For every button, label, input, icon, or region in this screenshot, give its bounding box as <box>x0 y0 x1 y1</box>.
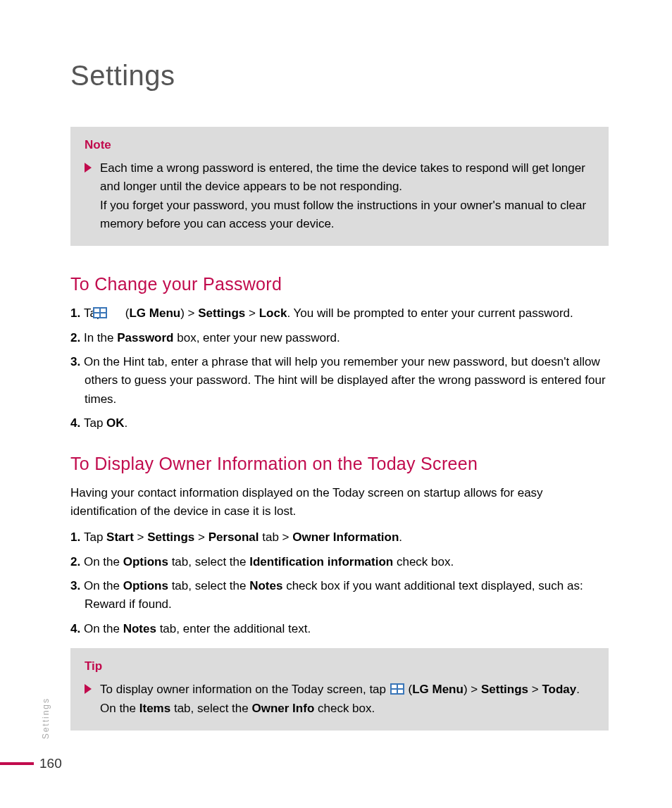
section1-step2: In the Password box, enter your new pass… <box>70 329 609 347</box>
page-number: 160 <box>39 756 62 771</box>
tip-body: To display owner information on the Toda… <box>85 680 595 718</box>
page-footer: 160 <box>0 756 62 771</box>
note-title: Note <box>85 138 595 152</box>
bullet-triangle-icon <box>85 163 92 173</box>
note-line2: If you forget your password, you must fo… <box>100 197 595 234</box>
section2-steps: Tap Start > Settings > Personal tab > Ow… <box>70 528 609 638</box>
section2-step1: Tap Start > Settings > Personal tab > Ow… <box>70 528 609 547</box>
svg-rect-9 <box>398 690 403 693</box>
svg-rect-4 <box>101 313 106 317</box>
lg-menu-icon <box>107 306 121 317</box>
svg-rect-7 <box>398 685 403 688</box>
section2-step2: On the Options tab, select the Identific… <box>70 553 609 571</box>
tip-callout: Tip To display owner information on the … <box>70 648 609 731</box>
section2-step4: On the Notes tab, enter the additional t… <box>70 620 609 638</box>
section1-heading: To Change your Password <box>70 274 609 294</box>
tip-title: Tip <box>85 659 595 673</box>
tip-line2: On the Items tab, select the Owner Info … <box>100 700 580 718</box>
section2-intro: Having your contact information displaye… <box>70 484 609 520</box>
section2-step3: On the Options tab, select the Notes che… <box>70 577 609 614</box>
page-content: Settings Note Each time a wrong password… <box>0 0 672 801</box>
section1-step4: Tap OK. <box>70 414 609 433</box>
note-body: Each time a wrong password is entered, t… <box>85 159 595 233</box>
page-title: Settings <box>70 60 609 92</box>
section1-steps: Tap (LG Menu) > Settings > Lock. You wil… <box>70 304 609 433</box>
tip-text: To display owner information on the Toda… <box>100 680 580 718</box>
side-section-label: Settings <box>41 697 51 739</box>
svg-rect-2 <box>101 309 106 312</box>
section1-step3: On the Hint tab, enter a phrase that wil… <box>70 353 609 409</box>
svg-rect-1 <box>94 309 99 312</box>
note-callout: Note Each time a wrong password is enter… <box>70 127 609 246</box>
section2-heading: To Display Owner Information on the Toda… <box>70 454 609 474</box>
tip-line1: To display owner information on the Toda… <box>100 680 580 699</box>
note-text: Each time a wrong password is entered, t… <box>100 159 595 233</box>
footer-accent-bar <box>0 762 34 765</box>
bullet-triangle-icon <box>85 684 92 694</box>
section1-step1: Tap (LG Menu) > Settings > Lock. You wil… <box>70 304 609 323</box>
svg-rect-6 <box>392 685 397 688</box>
svg-rect-8 <box>392 690 397 693</box>
note-line1: Each time a wrong password is entered, t… <box>100 159 595 197</box>
svg-rect-3 <box>94 313 99 317</box>
lg-menu-icon <box>390 682 404 693</box>
